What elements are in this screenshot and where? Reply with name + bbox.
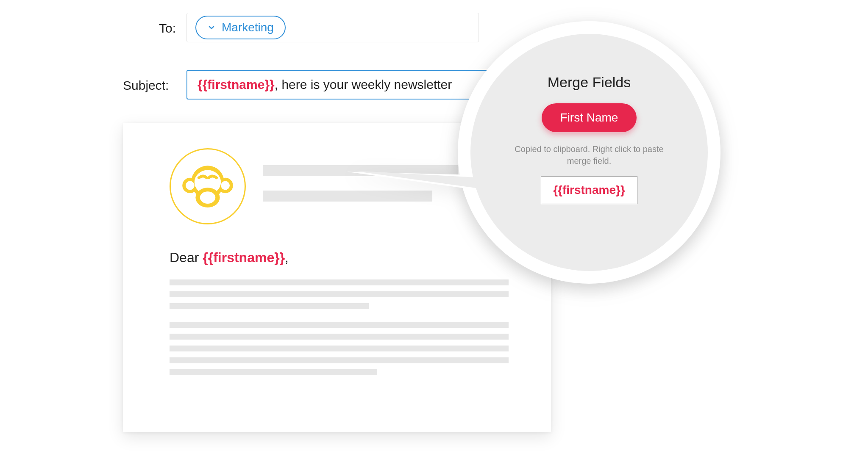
greeting-pre: Dear [170,250,203,265]
recipient-chip-marketing[interactable]: Marketing [195,16,286,39]
svg-point-4 [186,181,195,190]
placeholder-line [170,334,509,340]
recipient-chip-label: Marketing [222,21,274,34]
placeholder-line [170,322,509,328]
chevron-down-icon [207,23,216,32]
monkey-icon [180,158,235,215]
subject-merge-token: {{firstname}} [198,77,275,92]
to-label: To: [159,21,176,36]
placeholder-line [170,346,509,351]
svg-point-7 [200,191,215,204]
greeting-merge-token: {{firstname}} [203,250,285,265]
svg-point-5 [221,181,230,190]
callout-inner: Merge Fields First Name Copied to clipbo… [470,34,708,271]
first-name-button[interactable]: First Name [542,103,637,132]
placeholder-line [170,303,369,309]
merge-fields-hint: Copied to clipboard. Right click to past… [513,143,665,167]
placeholder-line [170,369,377,375]
brand-logo [170,148,246,224]
placeholder-line [170,357,509,363]
subject-label: Subject: [123,78,169,93]
merge-fields-title: Merge Fields [548,74,631,91]
subject-text: , here is your weekly newsletter [275,77,452,92]
merge-fields-callout: Merge Fields First Name Copied to clipbo… [432,21,721,309]
merge-code-box[interactable]: {{firstname}} [541,176,637,204]
email-greeting: Dear {{firstname}}, [170,250,289,265]
greeting-post: , [285,250,289,265]
placeholder-line [263,191,432,202]
